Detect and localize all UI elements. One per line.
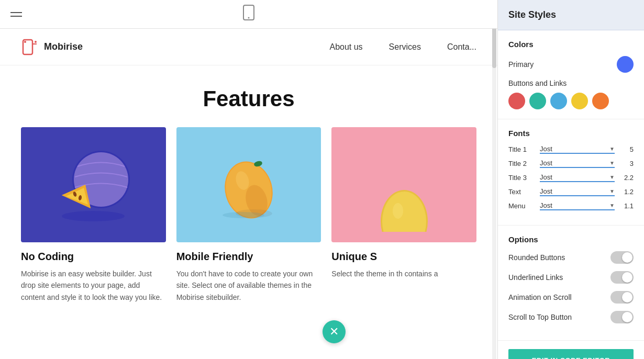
svg-point-5: [35, 41, 37, 43]
font-select-title3[interactable]: Jost ▼: [540, 173, 615, 182]
font-dropdown-arrow-text: ▼: [609, 188, 615, 194]
font-select-text[interactable]: Jost ▼: [540, 187, 615, 196]
font-select-text-menu: Jost: [540, 201, 609, 209]
scroll-top-label: Scroll to Top Button: [508, 313, 572, 321]
panel-title: Site Styles: [498, 0, 644, 30]
card-title-3: Unique S: [331, 251, 476, 263]
font-label-title2: Title 2: [508, 160, 540, 167]
font-select-title2[interactable]: Jost ▼: [540, 159, 615, 168]
card-image-2: [176, 127, 321, 242]
toolbar: [0, 0, 497, 29]
font-row-title3: Title 3 Jost ▼ 2.2: [508, 173, 634, 182]
features-title: Features: [21, 86, 476, 111]
colors-section-title: Colors: [508, 40, 634, 49]
option-scroll-top: Scroll to Top Button: [508, 311, 634, 323]
font-dropdown-arrow-title1: ▼: [609, 146, 615, 152]
options-section: Options Rounded Buttons Underlined Links…: [498, 226, 644, 341]
font-select-text-text: Jost: [540, 187, 609, 195]
nav-links: About us Services Conta...: [329, 42, 476, 52]
feature-card-1: No Coding Mobirise is an easy website bu…: [21, 127, 166, 303]
font-dropdown-arrow-title2: ▼: [609, 160, 615, 166]
font-select-text-title1: Jost: [540, 145, 609, 153]
buttons-links-label: Buttons and Links: [508, 79, 634, 87]
font-select-title1[interactable]: Jost ▼: [540, 145, 615, 154]
font-size-title3: 2.2: [615, 174, 634, 182]
font-size-title2: 3: [615, 160, 634, 167]
underlined-links-label: Underlined Links: [508, 273, 563, 282]
font-size-text: 1.2: [615, 188, 634, 196]
card-image-3: [331, 127, 476, 242]
font-row-title2: Title 2 Jost ▼ 3: [508, 159, 634, 168]
font-select-text-title2: Jost: [540, 159, 609, 167]
card-image-1: [21, 127, 166, 242]
close-button[interactable]: ✕: [323, 320, 346, 343]
card-text-1: Mobirise is an easy website builder. Jus…: [21, 268, 166, 303]
logo-text: Mobirise: [44, 41, 83, 52]
primary-label: Primary: [508, 60, 534, 69]
card-text-3: Select the theme in th contains a: [331, 268, 476, 279]
svg-point-17: [223, 212, 264, 218]
font-dropdown-arrow-title3: ▼: [609, 174, 615, 180]
swatch-orange[interactable]: [592, 93, 609, 109]
site-styles-panel: Site Styles Colors Primary Buttons and L…: [497, 0, 644, 359]
scrollbar[interactable]: [492, 0, 496, 359]
card-title-2: Mobile Friendly: [176, 251, 321, 263]
primary-row: Primary: [508, 56, 634, 73]
font-row-text: Text Jost ▼ 1.2: [508, 187, 634, 196]
svg-point-1: [248, 17, 250, 19]
swatch-yellow[interactable]: [571, 93, 588, 109]
font-size-menu: 1.1: [615, 202, 634, 210]
feature-card-2: Mobile Friendly You don't have to code t…: [176, 127, 321, 303]
animation-scroll-label: Animation on Scroll: [508, 293, 572, 301]
option-rounded-buttons: Rounded Buttons: [508, 251, 634, 264]
option-underlined-links: Underlined Links: [508, 271, 634, 284]
menu-button[interactable]: [10, 12, 22, 17]
swatch-red[interactable]: [508, 93, 525, 109]
features-cards: No Coding Mobirise is an easy website bu…: [21, 127, 476, 303]
nav-link-about[interactable]: About us: [329, 42, 362, 52]
svg-point-19: [382, 192, 426, 232]
rounded-buttons-label: Rounded Buttons: [508, 253, 565, 262]
underlined-links-toggle[interactable]: [610, 271, 634, 284]
primary-color-swatch[interactable]: [617, 56, 634, 73]
font-label-menu: Menu: [508, 202, 540, 210]
color-swatches: [508, 93, 634, 109]
font-label-title3: Title 3: [508, 174, 540, 182]
site-navigation: Mobirise About us Services Conta...: [0, 29, 497, 65]
font-row-menu: Menu Jost ▼ 1.1: [508, 201, 634, 210]
font-label-title1: Title 1: [508, 145, 540, 153]
fonts-section-title: Fonts: [508, 129, 634, 138]
site-logo: Mobirise: [21, 38, 83, 57]
nav-link-contact[interactable]: Conta...: [447, 42, 476, 52]
features-section: Features: [0, 65, 497, 313]
website-preview: Mobirise About us Services Conta... Feat…: [0, 29, 497, 359]
options-section-title: Options: [508, 235, 634, 244]
card-text-2: You don't have to code to create your ow…: [176, 268, 321, 303]
fonts-section: Fonts Title 1 Jost ▼ 5 Title 2 Jost ▼ 3 …: [498, 119, 644, 226]
swatch-blue[interactable]: [550, 93, 567, 109]
font-dropdown-arrow-menu: ▼: [609, 203, 615, 208]
font-size-title1: 5: [615, 145, 634, 153]
edit-code-button[interactable]: EDIT IN CODE EDITOR: [508, 349, 634, 359]
swatch-teal[interactable]: [529, 93, 546, 109]
font-select-menu[interactable]: Jost ▼: [540, 201, 615, 210]
svg-point-10: [62, 211, 125, 221]
card-title-1: No Coding: [21, 251, 166, 263]
nav-link-services[interactable]: Services: [389, 42, 421, 52]
font-row-title1: Title 1 Jost ▼ 5: [508, 145, 634, 154]
rounded-buttons-toggle[interactable]: [610, 251, 634, 264]
font-select-text-title3: Jost: [540, 173, 609, 181]
svg-point-20: [393, 203, 403, 219]
font-label-text: Text: [508, 188, 540, 196]
svg-point-3: [24, 41, 26, 43]
scroll-top-toggle[interactable]: [610, 311, 634, 323]
option-animation-scroll: Animation on Scroll: [508, 291, 634, 304]
feature-card-3: Unique S Select the theme in th contains…: [331, 127, 476, 303]
device-icon[interactable]: [242, 5, 255, 24]
colors-section: Colors Primary Buttons and Links: [498, 30, 644, 119]
animation-scroll-toggle[interactable]: [610, 291, 634, 304]
